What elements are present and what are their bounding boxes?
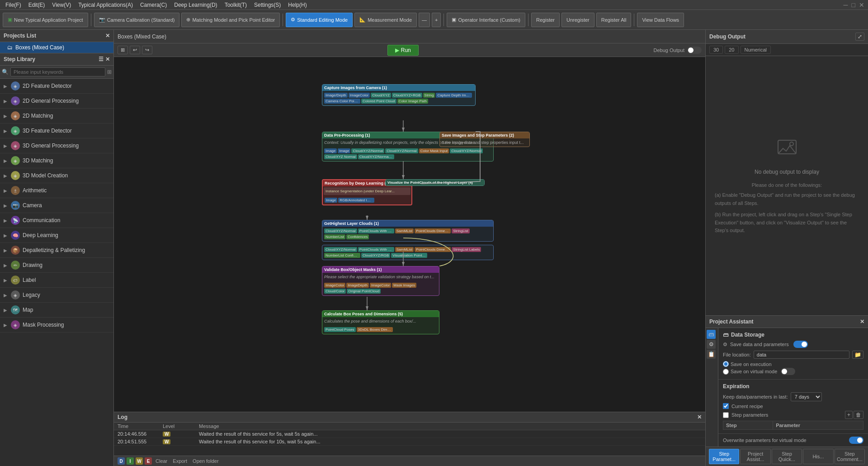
category-drawing[interactable]: ▶ ✏ Drawing <box>0 258 113 273</box>
category-camera[interactable]: ▶ 📷 Camera <box>0 198 113 213</box>
debug-tab-20[interactable]: 20 <box>725 46 738 54</box>
plus-btn[interactable]: + <box>432 13 441 27</box>
save-on-execution-radio[interactable]: Save on execution <box>723 361 863 367</box>
menu-typical-apps[interactable]: Typical Applications(A) <box>75 1 137 9</box>
menu-toolkit[interactable]: Toolkit(T) <box>221 1 250 9</box>
save-on-virtual-radio[interactable]: Save on virtual mode <box>723 367 863 376</box>
undo-btn[interactable]: ↩ <box>130 46 140 54</box>
new-project-btn[interactable]: ▣ New Typical Application Project <box>3 13 88 27</box>
footer-tab-step-quick[interactable]: Step Quick... <box>772 449 802 464</box>
footer-tab-project-assist[interactable]: Project Assist... <box>740 449 770 464</box>
camera-calib-btn[interactable]: 📷 Camera Calibration (Standard) <box>94 13 180 27</box>
log-badge-w[interactable]: W <box>136 457 143 465</box>
category-arithmetic[interactable]: ▶ ± Arithmetic <box>0 183 113 198</box>
current-recipe-checkbox[interactable] <box>723 403 729 409</box>
view-data-flows-btn[interactable]: View Data Flows <box>637 13 684 27</box>
assistant-icon-3[interactable]: 📋 <box>707 350 716 359</box>
menu-edit[interactable]: Edit(E) <box>25 1 49 9</box>
footer-tab-history[interactable]: His... <box>803 449 833 464</box>
category-label[interactable]: ▶ 🏷 Label <box>0 273 113 288</box>
assistant-storage-icon[interactable]: 🗃 <box>707 330 716 339</box>
menu-settings[interactable]: Settings(S) <box>250 1 284 9</box>
debug-tab-30[interactable]: 30 <box>709 46 723 54</box>
category-communication[interactable]: ▶ 📡 Communication <box>0 213 113 228</box>
footer-tab-step-param[interactable]: Step Paramet... <box>709 449 739 464</box>
filter-icon[interactable]: ⊞ <box>107 69 112 75</box>
step-library-menu-btn[interactable]: ☰ <box>99 56 104 62</box>
category-3d-general[interactable]: ▶ ◈ 3D General Processing <box>0 138 113 153</box>
category-mask-processing[interactable]: ▶ ◈ Mask Processing <box>0 318 113 333</box>
assistant-icon-2[interactable]: ⚙ <box>707 340 716 349</box>
debug-output-toggle[interactable] <box>687 47 702 54</box>
assistant-close-btn[interactable]: ✕ <box>860 319 864 325</box>
standard-editing-btn[interactable]: ⚙ Standard Editing Mode <box>286 13 353 27</box>
unregister-btn[interactable]: Unregister <box>561 13 594 27</box>
category-3d-feature[interactable]: ▶ ◈ 3D Feature Detector <box>0 124 113 138</box>
minus-btn[interactable]: — <box>419 13 430 27</box>
category-2d-general[interactable]: ▶ ◈ 2D General Processing <box>0 94 113 109</box>
file-location-input[interactable] <box>754 351 849 359</box>
save-images-node-group[interactable]: Save Images and Step Parameters (2) Save… <box>439 132 530 147</box>
step-library-close-btn[interactable]: ✕ <box>105 56 110 62</box>
log-export-btn[interactable]: Export <box>171 458 189 464</box>
capture-node-group[interactable]: Capture Images from Camera (1) Image/Dep… <box>322 84 476 106</box>
save-execution-radio-input[interactable] <box>723 361 729 367</box>
log-open-folder-btn[interactable]: Open folder <box>191 458 220 464</box>
visualize-node-group[interactable]: Visualize the PointClouds of the Highest… <box>385 179 485 186</box>
footer-tab-step-comment[interactable]: Step Comment... <box>835 449 865 464</box>
menu-file[interactable]: File(F) <box>2 1 25 9</box>
log-badge-e[interactable]: E <box>145 457 152 465</box>
category-label: 2D General Processing <box>23 98 79 104</box>
menu-help[interactable]: Help(H) <box>284 1 310 9</box>
matching-model-btn[interactable]: ⊕ Matching Model and Pick Point Editor <box>181 13 280 27</box>
project-item[interactable]: 🗂 Boxes (Mixed Case) <box>0 42 113 53</box>
category-3d-matching[interactable]: ▶ ◈ 3D Matching <box>0 153 113 168</box>
category-map[interactable]: ▶ 🗺 Map <box>0 303 113 318</box>
menu-deep-learning[interactable]: Deep Learning(D) <box>170 1 221 9</box>
measurement-mode-btn[interactable]: 📐 Measurement Mode <box>354 13 417 27</box>
step-search-input[interactable] <box>10 67 105 76</box>
log-clear-btn[interactable]: Clear <box>154 458 169 464</box>
minimize-btn[interactable]: ─ <box>842 1 850 9</box>
grid-btn[interactable]: ⊞ <box>118 46 128 54</box>
step-params-checkbox[interactable] <box>723 412 729 418</box>
run-btn[interactable]: ▶ Run <box>387 45 419 56</box>
save-data-toggle[interactable] <box>793 341 808 348</box>
register-all-btn[interactable]: Register All <box>596 13 632 27</box>
file-browse-btn[interactable]: 📁 <box>852 351 863 359</box>
debug-expand-btn[interactable]: ⤢ <box>855 33 864 41</box>
gethighest-node-group[interactable]: GetHighest Layer Clouds (1) Cloud/XYZ/No… <box>322 220 494 242</box>
maximize-btn[interactable]: □ <box>850 1 857 9</box>
capture-node-title: Capture Images from Camera (1) <box>322 85 475 91</box>
register-btn[interactable]: Register <box>531 13 560 27</box>
log-table[interactable]: Time Level Message 20:14:46.556 W Waited… <box>114 423 705 456</box>
category-deep-learning[interactable]: ▶ 🧠 Deep Learning <box>0 228 113 243</box>
menu-camera[interactable]: Camera(C) <box>137 1 170 9</box>
log-badge-i[interactable]: I <box>127 457 134 465</box>
save-virtual-radio-input[interactable] <box>723 369 729 375</box>
canvas-area[interactable]: Capture Images from Camera (1) Image/Dep… <box>114 57 705 412</box>
add-param-btn[interactable]: + <box>845 411 853 419</box>
close-btn[interactable]: ✕ <box>857 1 866 9</box>
overwrite-toggle[interactable] <box>849 437 863 444</box>
category-2d-feature[interactable]: ▶ ◈ 2D Feature Detector <box>0 79 113 94</box>
menu-view[interactable]: View(V) <box>48 1 75 9</box>
save-virtual-toggle[interactable] <box>781 368 795 375</box>
category-2d-matching[interactable]: ▶ ◈ 2D Matching <box>0 109 113 124</box>
operator-interface-btn[interactable]: ▣ Operator Interface (Custom) <box>447 13 525 27</box>
port: 3DxDL Boxes Dimensions <box>357 327 393 332</box>
calc-box-node-group[interactable]: Calculate Box Poses and Dimensions (5) C… <box>322 310 439 334</box>
category-legacy[interactable]: ▶ ◈ Legacy <box>0 288 113 303</box>
days-select[interactable]: 7 days 14 days 30 days <box>791 392 822 401</box>
debug-tab-numerical[interactable]: Numerical <box>741 46 771 54</box>
validate-node-group[interactable]: Validate Box/Object Masks (1) Please sel… <box>322 266 439 296</box>
category-depalletizing[interactable]: ▶ 📦 Depalletizing & Palletizing <box>0 243 113 258</box>
log-badge-d[interactable]: D <box>118 457 125 465</box>
category-3d-model[interactable]: ▶ ◈ 3D Model Creation <box>0 168 113 183</box>
del-param-btn[interactable]: 🗑 <box>854 411 863 419</box>
log-close-btn[interactable]: ✕ <box>697 414 702 420</box>
port: PointClouds With Normals <box>358 228 394 233</box>
gethighest2-node-group[interactable]: Cloud/XYZ/Normal PointClouds With Normal… <box>322 245 494 260</box>
projects-close-btn[interactable]: ✕ <box>105 33 110 39</box>
redo-btn[interactable]: ↪ <box>142 46 152 54</box>
